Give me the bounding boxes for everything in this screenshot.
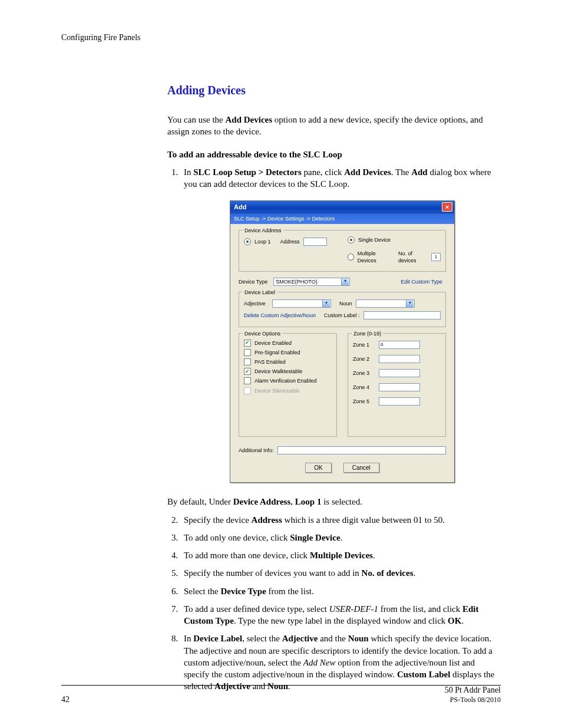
step-2: Specify the device Address which is a th… — [180, 514, 501, 526]
text: and the — [318, 634, 348, 643]
text-bold: Loop 1 — [295, 497, 322, 506]
device-address-group: Device Address Loop 1 Address — [239, 230, 446, 271]
single-device-label: Single Device — [358, 236, 391, 243]
zone5-input[interactable] — [379, 397, 420, 406]
group-legend: Device Address — [243, 227, 283, 234]
group-legend: Device Label — [243, 289, 277, 296]
running-header: Configuring Fire Panels — [61, 33, 501, 42]
text: To add only one device, click — [184, 533, 290, 542]
additional-info-label: Additional Info: — [239, 447, 274, 454]
text-italic: Add New — [303, 658, 336, 667]
alarm-verify-checkbox[interactable] — [244, 377, 251, 384]
text-bold: Device Type — [220, 587, 266, 596]
text: Specify the number of devices you want t… — [184, 568, 362, 578]
text: . — [340, 533, 343, 542]
device-label-group: Device Label Adjective ▾ Noun ▾ Delete C… — [239, 292, 446, 327]
text: is selected. — [321, 497, 362, 506]
step-6: Select the Device Type from the list. — [180, 585, 501, 597]
step-8: In Device Label, select the Adjective an… — [180, 633, 501, 692]
procedure-subhead: To add an addressable device to the SLC … — [167, 149, 501, 160]
steps-list: In SLC Loop Setup > Detectors pane, clic… — [167, 166, 501, 693]
zone5-label: Zone 5 — [353, 398, 375, 405]
intro-paragraph: You can use the Add Devices option to ad… — [167, 114, 501, 138]
step-1: In SLC Loop Setup > Detectors pane, clic… — [180, 166, 501, 508]
text: Select the — [184, 587, 220, 596]
no-devices-input[interactable]: 1 — [431, 253, 441, 261]
text: To add more than one device, click — [184, 551, 310, 560]
text: . — [461, 616, 464, 625]
text-bold: Noun — [348, 634, 369, 643]
text-bold: Add Devices — [225, 115, 272, 124]
text-bold: No. of devices — [362, 568, 414, 578]
chevron-down-icon: ▾ — [322, 300, 330, 307]
multiple-devices-radio[interactable] — [348, 253, 354, 261]
presignal-checkbox[interactable] — [244, 349, 251, 356]
ok-button[interactable]: OK — [305, 463, 331, 473]
zone4-label: Zone 4 — [353, 384, 375, 391]
silenceable-checkbox — [244, 387, 251, 394]
text: . — [373, 551, 375, 560]
chevron-down-icon: ▾ — [406, 300, 414, 307]
checkbox-label: Device Enabled — [254, 340, 292, 347]
page-footer: 42 50 Pt Addr Panel PS-Tools 08/2010 — [61, 686, 501, 704]
text: In — [184, 167, 193, 177]
checkbox-label: Device Silenceable — [254, 387, 300, 394]
text: . — [414, 568, 416, 578]
chevron-down-icon: ▾ — [341, 278, 349, 285]
zone1-label: Zone 1 — [353, 341, 375, 348]
device-enabled-checkbox[interactable] — [244, 340, 251, 347]
multiple-devices-label: Multiple Devices — [358, 250, 391, 264]
zone3-input[interactable] — [379, 369, 420, 377]
address-label: Address — [280, 238, 300, 245]
text-italic: USER-DEF-1 — [329, 604, 378, 614]
text-bold: Device Label — [193, 634, 242, 643]
step-4: To add more than one device, click Multi… — [180, 549, 501, 561]
group-legend: Device Options — [243, 330, 282, 337]
edit-custom-type-link[interactable]: Edit Custom Type — [401, 278, 442, 285]
dialog-title: Add — [234, 203, 246, 212]
zone1-input[interactable]: 0 — [379, 341, 420, 349]
loop1-radio[interactable] — [244, 238, 251, 245]
device-type-label: Device Type — [239, 278, 267, 285]
footer-right-1: 50 Pt Addr Panel — [445, 686, 501, 694]
step-3: To add only one device, click Single Dev… — [180, 532, 501, 543]
close-icon[interactable]: × — [442, 202, 452, 212]
text-bold: OK — [448, 616, 461, 625]
additional-info-input[interactable] — [277, 446, 446, 454]
footer-right-2: PS-Tools 08/2010 — [450, 696, 501, 704]
text: , select the — [242, 634, 282, 643]
text-bold: Device Address — [233, 497, 291, 506]
text-bold: Multiple Devices — [310, 551, 373, 560]
step-5: Specify the number of devices you want t… — [180, 567, 501, 579]
walktestable-checkbox[interactable] — [244, 368, 251, 375]
device-type-select[interactable]: SMOKE(PHOTO) ▾ — [273, 278, 350, 286]
text-bold: Add — [411, 167, 428, 177]
adjective-select[interactable]: ▾ — [272, 299, 331, 308]
dialog-breadcrumb: SLC Setup -> Device Settings -> Detector… — [230, 213, 454, 224]
text-bold: Custom Label — [397, 670, 450, 679]
section-title: Adding Devices — [167, 84, 501, 97]
address-input[interactable] — [303, 238, 327, 246]
group-legend: Zone (0-19) — [352, 330, 383, 337]
zone2-input[interactable] — [379, 355, 420, 363]
delete-custom-link[interactable]: Delete Custom Adjective/Noun — [244, 312, 316, 319]
zone-group: Zone (0-19) Zone 10 Zone 2 Zone 3 Zone 4… — [348, 333, 446, 437]
pas-checkbox[interactable] — [244, 358, 251, 365]
custom-label-input[interactable] — [363, 311, 441, 319]
text: which is a three digit value between 01 … — [282, 515, 445, 525]
single-device-radio[interactable] — [348, 236, 355, 243]
device-options-group: Device Options Device Enabled Pre-Signal… — [239, 333, 337, 437]
noun-select[interactable]: ▾ — [356, 299, 415, 308]
text: You can use the — [167, 115, 225, 124]
add-dialog: Add × SLC Setup -> Device Settings -> De… — [230, 200, 455, 483]
cancel-button[interactable]: Cancel — [343, 463, 379, 473]
checkbox-label: Alarm Verification Enabled — [254, 377, 317, 384]
adjective-label: Adjective — [244, 300, 269, 307]
text: . Type the new type label in the display… — [234, 616, 448, 625]
text: . The — [391, 167, 411, 177]
text-bold: Address — [252, 515, 282, 525]
zone4-input[interactable] — [379, 383, 420, 391]
text: from the list. — [266, 587, 314, 596]
page-number: 42 — [61, 695, 70, 704]
zone3-label: Zone 3 — [353, 370, 375, 377]
